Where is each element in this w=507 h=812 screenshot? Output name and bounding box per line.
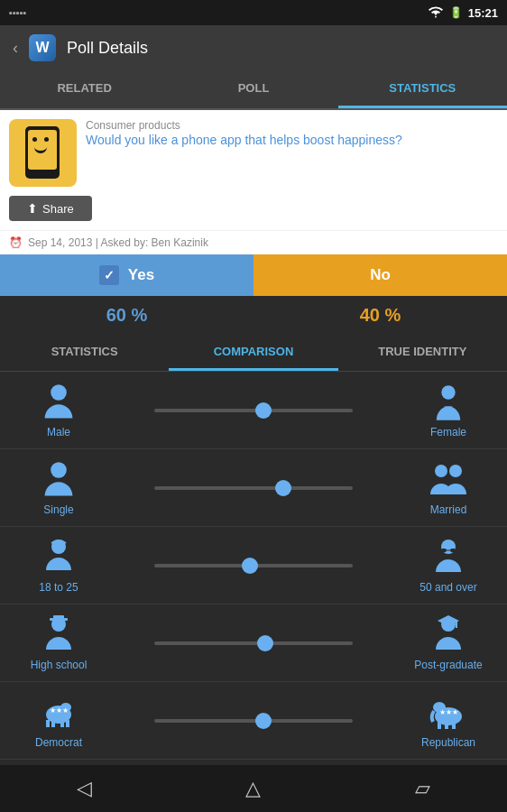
comp-left-male: Male — [9, 383, 108, 438]
poll-meta: ⏰ Sep 14, 2013 | Asked by: Ben Kazinik — [0, 230, 507, 254]
svg-rect-12 — [53, 615, 64, 619]
sub-tabs: STATISTICS COMPARISON TRUE IDENTITY — [0, 334, 507, 372]
battery-icon: 🔋 — [449, 6, 463, 19]
page-title: Poll Details — [67, 39, 148, 58]
back-button[interactable]: ‹ — [13, 39, 18, 58]
married-icon — [429, 460, 468, 500]
comp-row-age: 18 to 25 50 and over — [0, 527, 507, 604]
tab-related[interactable]: RELATED — [0, 70, 169, 108]
female-icon — [429, 383, 468, 422]
comp-left-highschool: High school — [9, 615, 108, 671]
recent-nav-button[interactable]: ▱ — [388, 770, 457, 807]
share-button[interactable]: ⬆ Share — [9, 196, 92, 221]
comparison-section: Male Female Single — [0, 372, 507, 795]
comp-left-single: Single — [9, 460, 108, 516]
female-label: Female — [430, 426, 466, 438]
comp-right-old: 50 and over — [399, 538, 498, 594]
poll-category: Consumer products — [86, 119, 498, 132]
svg-rect-20 — [60, 720, 64, 727]
poll-thumbnail — [9, 119, 77, 187]
app-logo: W — [29, 34, 56, 61]
poll-info: Consumer products Would you like a phone… — [86, 119, 498, 148]
postgrad-label: Post-graduate — [414, 659, 482, 671]
svg-point-2 — [51, 462, 67, 478]
vote-yes-button[interactable]: ✓ Yes — [0, 254, 254, 296]
svg-rect-25 — [438, 722, 441, 729]
comp-left-democrat: ★★★ Democrat — [9, 693, 108, 749]
single-icon — [39, 460, 78, 500]
male-icon — [39, 383, 78, 422]
sub-tab-statistics[interactable]: STATISTICS — [0, 334, 169, 371]
comp-slider-gender[interactable] — [108, 409, 399, 412]
comp-slider-edu[interactable] — [108, 641, 399, 645]
checkmark-icon: ✓ — [99, 265, 119, 285]
comp-row-status: Single Married — [0, 449, 507, 527]
status-icons-left: ▪▪▪▪▪ — [9, 7, 27, 18]
vote-row: ✓ Yes No — [0, 254, 507, 296]
percent-row: 60 % 40 % — [0, 296, 507, 334]
comp-row-party: ★★★ Democrat ★★★ Republican — [0, 682, 507, 760]
poll-question: Would you like a phone app that helps bo… — [86, 132, 498, 148]
vote-no-button[interactable]: No — [254, 254, 507, 296]
svg-point-1 — [441, 385, 455, 399]
share-icon: ⬆ — [27, 201, 38, 216]
svg-rect-7 — [441, 549, 447, 552]
highschool-label: High school — [31, 659, 88, 671]
svg-point-4 — [449, 465, 462, 477]
no-percent: 40 % — [254, 296, 507, 334]
svg-rect-18 — [46, 720, 50, 727]
sub-tab-true-identity[interactable]: TRUE IDENTITY — [338, 334, 507, 371]
svg-rect-8 — [450, 549, 456, 552]
male-label: Male — [47, 426, 70, 438]
svg-point-3 — [435, 465, 447, 477]
top-bar: ‹ W Poll Details — [0, 25, 507, 70]
old-icon — [429, 538, 468, 577]
comp-slider-party[interactable] — [108, 719, 399, 723]
yes-percent: 60 % — [0, 296, 254, 334]
svg-rect-15 — [456, 621, 457, 628]
married-label: Married — [430, 503, 467, 516]
poll-card: Consumer products Would you like a phone… — [0, 110, 507, 196]
comp-slider-status[interactable] — [108, 486, 399, 490]
share-area: ⬆ Share — [0, 196, 507, 230]
svg-rect-21 — [66, 720, 69, 727]
comp-row-edu: High school Post-graduate — [0, 604, 507, 682]
republican-label: Republican — [421, 736, 475, 749]
democrat-icon: ★★★ — [39, 693, 78, 733]
svg-point-0 — [51, 384, 67, 401]
republican-icon: ★★★ — [429, 693, 468, 733]
clock-icon: ⏰ — [9, 236, 23, 249]
comp-slider-age[interactable] — [108, 564, 399, 567]
tab-poll[interactable]: POLL — [169, 70, 337, 108]
svg-text:★★★: ★★★ — [439, 708, 458, 716]
back-nav-button[interactable]: ◁ — [50, 770, 119, 807]
status-icons-right: 🔋 15:21 — [428, 5, 498, 21]
comp-right-postgrad: Post-graduate — [399, 615, 498, 671]
comp-right-married: Married — [399, 460, 498, 516]
status-bar: ▪▪▪▪▪ 🔋 15:21 — [0, 0, 507, 25]
young-icon — [39, 538, 78, 577]
single-label: Single — [43, 503, 73, 516]
tab-statistics[interactable]: STATISTICS — [338, 70, 507, 108]
main-tabs: RELATED POLL STATISTICS — [0, 70, 507, 110]
comp-row-gender: Male Female — [0, 372, 507, 449]
home-nav-button[interactable]: △ — [218, 770, 288, 807]
svg-rect-26 — [445, 722, 448, 729]
young-label: 18 to 25 — [39, 581, 78, 594]
svg-rect-19 — [51, 720, 55, 727]
wifi-icon — [428, 5, 444, 21]
bottom-nav: ◁ △ ▱ — [0, 765, 507, 812]
highschool-icon — [39, 615, 78, 655]
comp-left-young: 18 to 25 — [9, 538, 108, 594]
svg-rect-27 — [452, 722, 456, 729]
sub-tab-comparison[interactable]: COMPARISON — [169, 334, 337, 371]
democrat-label: Democrat — [35, 736, 82, 749]
svg-text:★★★: ★★★ — [50, 706, 69, 715]
comp-right-female: Female — [399, 383, 498, 438]
clock: 15:21 — [468, 6, 498, 20]
postgrad-icon — [429, 615, 468, 655]
comp-right-republican: ★★★ Republican — [399, 693, 498, 749]
old-label: 50 and over — [419, 581, 476, 594]
